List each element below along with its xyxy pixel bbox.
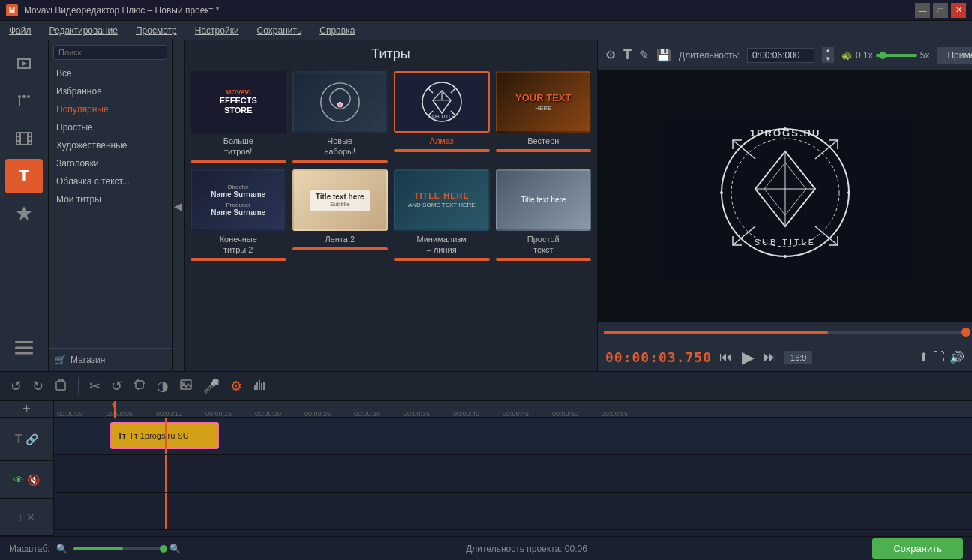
- menu-settings[interactable]: Настройки: [192, 24, 242, 37]
- category-popular[interactable]: Популярные: [49, 100, 172, 118]
- preview-seekbar: [598, 322, 972, 343]
- category-my-titles[interactable]: Мои титры: [49, 190, 172, 208]
- contrast-button[interactable]: ◑: [154, 375, 172, 397]
- thumb-minimal: TITLE HERE AND SOME TEXT HERE: [394, 169, 490, 231]
- audio-button[interactable]: 🎤: [200, 375, 223, 397]
- svg-line-22: [428, 88, 433, 93]
- grid-item-simple[interactable]: Title text here Простой текст: [496, 169, 592, 262]
- svg-marker-21: [433, 91, 442, 100]
- menu-bar: Файл Редактирование Просмотр Настройки С…: [0, 21, 972, 40]
- scale-zoom-out-icon[interactable]: 🔍: [56, 544, 68, 554]
- fullscreen-icon[interactable]: ⛶: [933, 350, 945, 364]
- cut-button[interactable]: ✂: [86, 375, 104, 397]
- mute-icon[interactable]: ✕: [26, 511, 35, 523]
- menu-view[interactable]: Просмотр: [133, 24, 180, 37]
- grid-item-minimal[interactable]: TITLE HERE AND SOME TEXT HERE Минимализм…: [394, 169, 490, 262]
- text-track-controls: T 🔗: [0, 418, 53, 461]
- close-button[interactable]: ✕: [951, 3, 966, 18]
- next-frame-button[interactable]: ⏭: [762, 348, 778, 367]
- settings-tool-button[interactable]: ⚙: [227, 375, 245, 397]
- apply-button[interactable]: Применить: [937, 47, 972, 64]
- shop-button[interactable]: 🛒 Магазин: [49, 348, 172, 371]
- preview-svg: 1PROGS.RU SUB TITLE: [658, 114, 913, 279]
- undo-button[interactable]: ↺: [8, 375, 25, 397]
- crop-button[interactable]: [130, 375, 149, 398]
- label-new-sets: Новые наборы!: [292, 136, 388, 157]
- svg-rect-13: [15, 341, 33, 343]
- scale-slider-track[interactable]: [74, 547, 164, 550]
- menu-save[interactable]: Сохранить: [254, 24, 305, 37]
- sidebar-menu[interactable]: [5, 331, 43, 365]
- preview-edit-icon[interactable]: ✎: [639, 48, 649, 62]
- export-icon[interactable]: ⬆: [919, 350, 928, 364]
- search-input[interactable]: [53, 45, 167, 60]
- svg-marker-20: [442, 91, 451, 100]
- preview-save-icon[interactable]: 💾: [656, 48, 671, 62]
- menu-help[interactable]: Справка: [316, 24, 358, 37]
- music-icon[interactable]: ♪: [18, 511, 23, 523]
- category-bubbles[interactable]: Облачка с текст...: [49, 172, 172, 190]
- sidebar-text[interactable]: T: [5, 159, 43, 193]
- grid-item-western[interactable]: YOUR TEXT HERE Вестерн: [496, 71, 592, 163]
- grid-item-tape2[interactable]: Title text here Subtitle Лента 2: [292, 169, 388, 262]
- seekbar-track[interactable]: [604, 331, 966, 334]
- titles-grid: Титры MOVAVI EFFECTSSTORE Больше титров!: [184, 40, 597, 371]
- preview-controls: 00:00:03.750 ⏮ ▶ ⏭ 16:9 ⬆ ⛶ 🔊: [598, 343, 972, 371]
- category-headings[interactable]: Заголовки: [49, 154, 172, 172]
- delete-button[interactable]: [51, 375, 70, 398]
- thumb-western: YOUR TEXT HERE: [496, 71, 592, 133]
- minimize-button[interactable]: —: [915, 3, 930, 18]
- svg-text:SUB TITLE: SUB TITLE: [428, 114, 455, 119]
- window-controls: — □ ✕: [915, 3, 966, 18]
- eye-icon[interactable]: 👁: [14, 474, 24, 486]
- progress-tape2: [292, 247, 388, 250]
- titles-panel: Все Избранное Популярные Простые Художес…: [49, 40, 172, 371]
- thumb-new-sets: 🌸: [292, 71, 388, 133]
- svg-rect-53: [181, 380, 191, 389]
- play-button[interactable]: ▶: [740, 346, 756, 369]
- category-simple[interactable]: Простые: [49, 118, 172, 136]
- svg-point-43: [784, 255, 787, 258]
- text-track-playhead: [165, 418, 166, 454]
- category-favorites[interactable]: Избранное: [49, 82, 172, 100]
- redo-button[interactable]: ↻: [29, 375, 46, 397]
- svg-rect-48: [136, 381, 143, 388]
- empty-track-row-1: [54, 455, 972, 493]
- add-track-button[interactable]: +: [22, 401, 31, 417]
- sidebar-video[interactable]: [5, 46, 43, 81]
- text-track-link[interactable]: 🔗: [26, 433, 38, 445]
- scale-control: Масштаб: 🔍 🔍: [9, 544, 181, 554]
- maximize-button[interactable]: □: [933, 3, 948, 18]
- grid-item-new-sets[interactable]: 🌸 Новые наборы!: [292, 71, 388, 163]
- sidebar-filter[interactable]: [5, 84, 43, 118]
- prev-frame-button[interactable]: ⏮: [718, 348, 734, 367]
- sidebar-effects[interactable]: [5, 196, 43, 231]
- volume-icon[interactable]: 🔊: [950, 350, 964, 364]
- rotate-button[interactable]: ↺: [108, 375, 125, 397]
- speed-slider[interactable]: [876, 54, 917, 57]
- duration-up[interactable]: ▲: [822, 47, 834, 55]
- preview-settings-icon[interactable]: ⚙: [605, 48, 616, 62]
- track-controls: T 🔗 👁 🔇 ♪ ✕: [0, 418, 54, 536]
- grid-item-ending2[interactable]: Director Name Surname Producer Name Surn…: [190, 169, 286, 262]
- collapse-panel-button[interactable]: ◀: [172, 199, 184, 214]
- aspect-ratio-button[interactable]: 16:9: [784, 351, 812, 364]
- svg-rect-14: [15, 347, 33, 349]
- scale-zoom-in-icon[interactable]: 🔍: [170, 544, 181, 554]
- sidebar-film[interactable]: [5, 121, 43, 156]
- duration-down[interactable]: ▼: [822, 55, 834, 63]
- menu-edit[interactable]: Редактирование: [46, 24, 121, 37]
- svg-rect-56: [256, 382, 258, 390]
- svg-point-40: [784, 127, 787, 130]
- lock-icon[interactable]: 🔇: [27, 474, 40, 486]
- duration-input[interactable]: [747, 48, 814, 63]
- save-button[interactable]: Сохранить: [872, 538, 963, 559]
- menu-file[interactable]: Файл: [6, 24, 34, 37]
- equalizer-button[interactable]: [250, 375, 269, 398]
- preview-text-icon[interactable]: T: [623, 47, 632, 63]
- category-all[interactable]: Все: [49, 64, 172, 82]
- grid-item-effects-store[interactable]: MOVAVI EFFECTSSTORE Больше титров!: [190, 71, 286, 163]
- grid-item-almaz[interactable]: SUB TITLE Алмаз: [394, 71, 490, 163]
- image-button[interactable]: [176, 375, 196, 398]
- category-artistic[interactable]: Художественные: [49, 136, 172, 154]
